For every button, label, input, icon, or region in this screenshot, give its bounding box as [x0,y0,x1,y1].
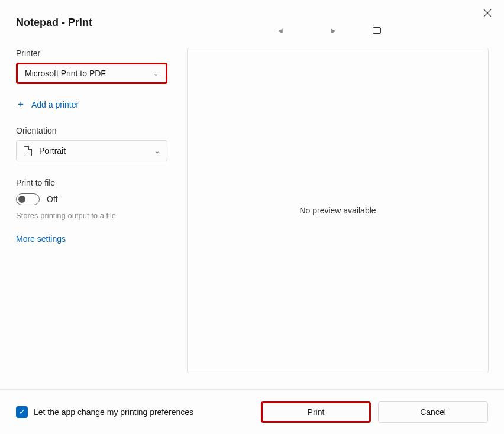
close-icon [483,9,492,17]
print-to-file-toggle[interactable] [16,193,40,205]
printer-selected-value: Microsoft Print to PDF [25,69,106,78]
printer-label: Printer [16,48,170,58]
preferences-checkbox[interactable]: ✓ [16,406,28,418]
chevron-down-icon: ⌄ [153,70,159,77]
prev-page-button[interactable]: ◀ [278,27,283,34]
more-settings-link[interactable]: More settings [16,234,170,244]
checkmark-icon: ✓ [19,407,25,416]
close-button[interactable] [482,7,493,19]
plus-icon: ＋ [16,98,25,111]
orientation-section: Orientation Portrait ⌄ [16,126,170,161]
preview-nav: ◀ ▶ [278,27,381,34]
footer-buttons: Print Cancel [261,401,488,423]
settings-panel: Printer Microsoft Print to PDF ⌄ ＋ Add a… [16,48,170,244]
chevron-down-icon: ⌄ [154,147,160,155]
portrait-icon [24,146,32,156]
add-printer-link[interactable]: ＋ Add a printer [16,98,170,111]
cancel-button-label: Cancel [420,407,446,417]
print-to-file-section: Print to file Off Stores printing output… [16,178,170,220]
print-button[interactable]: Print [261,401,371,423]
preferences-checkbox-row: ✓ Let the app change my printing prefere… [16,406,261,418]
orientation-label: Orientation [16,126,170,135]
dialog-title: Notepad - Print [16,17,92,29]
add-printer-text: Add a printer [31,100,79,109]
next-page-button[interactable]: ▶ [331,27,336,34]
print-to-file-help: Stores printing output to a file [16,211,170,220]
preview-message: No preview available [299,206,376,215]
fullscreen-icon[interactable] [373,27,381,34]
print-to-file-label: Print to file [16,178,170,187]
preview-panel: No preview available [187,48,489,373]
orientation-selected-value: Portrait [39,146,66,156]
print-button-label: Print [308,407,325,417]
orientation-select[interactable]: Portrait ⌄ [16,140,167,161]
toggle-state-label: Off [47,195,57,204]
preferences-checkbox-label: Let the app change my printing preferenc… [34,407,193,417]
cancel-button[interactable]: Cancel [378,401,488,423]
printer-select[interactable]: Microsoft Print to PDF ⌄ [16,63,167,84]
dialog-footer: ✓ Let the app change my printing prefere… [0,389,504,434]
toggle-knob [18,196,25,203]
